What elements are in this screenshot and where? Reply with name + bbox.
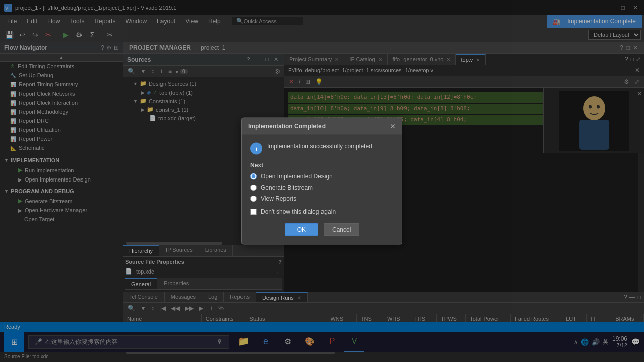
radio-open-impl-input[interactable] bbox=[250, 173, 257, 179]
radio-open-implemented[interactable]: Open Implemented Design bbox=[250, 173, 394, 180]
radio-view-reports-label[interactable]: View Reports bbox=[261, 195, 296, 202]
info-icon: i bbox=[250, 143, 262, 155]
dialog-radio-group: Open Implemented Design Generate Bitstre… bbox=[250, 173, 394, 202]
dialog-next-label: Next bbox=[250, 162, 394, 169]
dialog-close-icon[interactable]: ✕ bbox=[390, 122, 396, 130]
implementation-complete-dialog: Implementation Completed ✕ i Implementat… bbox=[242, 118, 403, 245]
dont-show-again-row[interactable]: Don't show this dialog again bbox=[250, 208, 394, 215]
dialog-ok-button[interactable]: OK bbox=[285, 223, 318, 236]
dialog-info-row: i Implementation successfully completed. bbox=[250, 143, 394, 155]
radio-view-reports[interactable]: View Reports bbox=[250, 195, 394, 202]
dialog-message: Implementation successfully completed. bbox=[267, 143, 374, 150]
radio-open-impl-label[interactable]: Open Implemented Design bbox=[261, 173, 333, 180]
radio-gen-bitstream-label[interactable]: Generate Bitstream bbox=[261, 184, 313, 191]
dialog-body: i Implementation successfully completed.… bbox=[242, 135, 402, 244]
radio-gen-bitstream-input[interactable] bbox=[250, 184, 257, 191]
dialog-buttons: OK Cancel bbox=[250, 223, 394, 236]
dont-show-again-label[interactable]: Don't show this dialog again bbox=[261, 208, 336, 215]
radio-view-reports-input[interactable] bbox=[250, 195, 257, 202]
dialog-header: Implementation Completed ✕ bbox=[242, 118, 402, 135]
dont-show-again-checkbox[interactable] bbox=[250, 208, 257, 215]
dialog-title-text: Implementation Completed bbox=[248, 123, 326, 130]
radio-generate-bitstream[interactable]: Generate Bitstream bbox=[250, 184, 394, 191]
dialog-cancel-button[interactable]: Cancel bbox=[324, 223, 359, 236]
